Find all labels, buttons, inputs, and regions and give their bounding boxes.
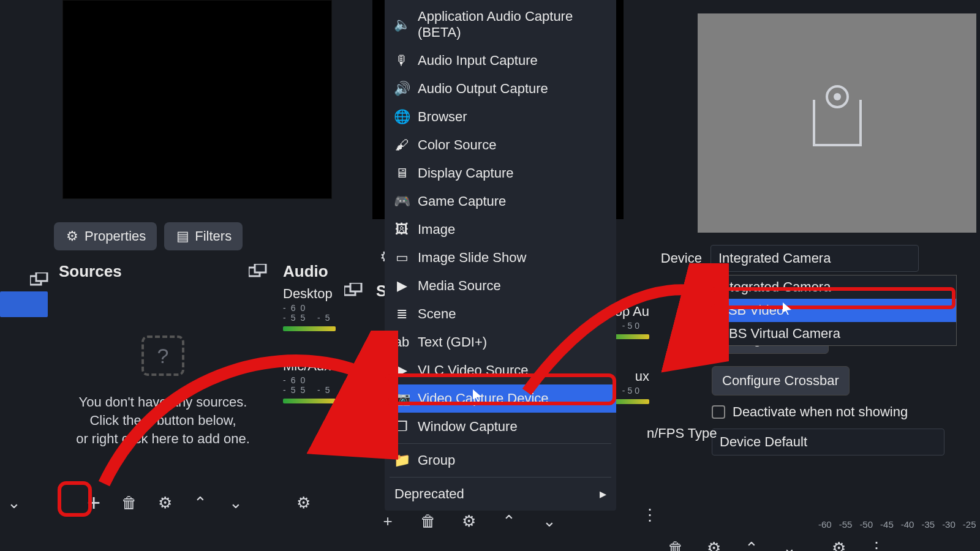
device-option-obs-virtual-camera[interactable]: OBS Virtual Camera bbox=[712, 322, 956, 345]
tick-label: -45 bbox=[880, 519, 894, 530]
source-settings-button[interactable]: ⚙ bbox=[454, 507, 483, 535]
kebab-menu-icon[interactable]: ⋮ bbox=[862, 534, 891, 551]
ctx-item-label: Video Capture Device bbox=[418, 391, 549, 407]
mic-icon: 🎙 bbox=[394, 53, 409, 69]
mixer-settings-button[interactable]: ⚙ bbox=[289, 489, 317, 517]
move-down-button[interactable]: ⌄ bbox=[535, 507, 564, 535]
folder-icon: 📁 bbox=[394, 452, 409, 468]
configure-crossbar-button[interactable]: Configure Crossbar bbox=[712, 366, 850, 395]
ctx-item-label: Audio Input Capture bbox=[418, 53, 538, 69]
move-down-button[interactable]: ⌄ bbox=[222, 489, 250, 517]
checkbox-icon bbox=[712, 405, 725, 419]
filters-button[interactable]: ▤ Filters bbox=[164, 222, 243, 250]
properties-label: Properties bbox=[85, 228, 146, 244]
tick-label: -55 bbox=[839, 519, 853, 530]
settings-button[interactable]: ⚙ bbox=[699, 534, 728, 551]
device-option-usb-video[interactable]: USB Video bbox=[712, 299, 956, 322]
deactivate-checkbox[interactable]: Deactivate when not showing bbox=[712, 404, 944, 420]
filters-label: Filters bbox=[195, 228, 232, 244]
ctx-item-vlc-video-source[interactable]: ▶VLC Video Source bbox=[385, 356, 616, 384]
add-source-context-menu: 🔈Application Audio Capture (BETA)🎙Audio … bbox=[385, 0, 616, 511]
device-label: Device bbox=[649, 250, 702, 266]
meter-ticks-right: -60-55-50-45-40-35-30-25 bbox=[818, 519, 976, 530]
tick-label: -60 bbox=[818, 519, 832, 530]
ctx-item-label: VLC Video Source bbox=[418, 362, 529, 378]
ctx-item-application-audio-capture-beta-[interactable]: 🔈Application Audio Capture (BETA) bbox=[385, 2, 616, 47]
sources-empty-state: ? You don't have any sources. Click the … bbox=[59, 335, 267, 448]
ctx-item-label: Game Capture bbox=[418, 193, 506, 209]
speaker-loud-icon: 🔊 bbox=[394, 81, 409, 97]
mic-aux-label: Mic/Aux bbox=[276, 358, 343, 374]
meter-ticks: -60 -55 -5 bbox=[276, 374, 343, 396]
delete-source-button[interactable]: 🗑 bbox=[115, 489, 143, 517]
tick-label: -50 bbox=[859, 519, 873, 530]
fps-type-select[interactable]: Device Default bbox=[712, 429, 944, 455]
move-up-button[interactable]: ⌃ bbox=[495, 507, 523, 535]
resolution-fps-label: n/FPS Type bbox=[647, 425, 717, 441]
sources-title: Sources bbox=[59, 262, 122, 281]
webcam-placeholder-icon bbox=[813, 100, 862, 146]
device-dropdown: Integrated CameraUSB VideoOBS Virtual Ca… bbox=[712, 275, 957, 346]
source-settings-button[interactable]: ⚙ bbox=[151, 489, 179, 517]
tick-label: -35 bbox=[921, 519, 935, 530]
ctx-item-label: Image Slide Show bbox=[418, 250, 526, 266]
ctx-item-label: Display Capture bbox=[418, 165, 514, 181]
ctx-item-label: Application Audio Capture (BETA) bbox=[418, 9, 606, 40]
ctx-item-audio-output-capture[interactable]: 🔊Audio Output Capture bbox=[385, 75, 616, 103]
ctx-item-video-capture-device[interactable]: 📷Video Capture Device bbox=[385, 384, 616, 413]
device-option-integrated-camera[interactable]: Integrated Camera bbox=[712, 276, 956, 299]
dock-popout-icon[interactable] bbox=[249, 264, 267, 280]
ctx-item-scene[interactable]: ≣Scene bbox=[385, 300, 616, 328]
preview-area-left bbox=[62, 0, 332, 199]
delete-source-button[interactable]: 🗑 bbox=[414, 507, 442, 535]
svg-rect-1 bbox=[36, 272, 47, 281]
ctx-item-deprecated[interactable]: Deprecated▸ bbox=[385, 480, 616, 508]
ctx-item-audio-input-capture[interactable]: 🎙Audio Input Capture bbox=[385, 47, 616, 75]
add-source-button[interactable]: + bbox=[374, 507, 402, 535]
move-down-button[interactable]: ⌄ bbox=[775, 534, 804, 551]
ctx-item-text-gdi-[interactable]: abText (GDI+) bbox=[385, 328, 616, 356]
meter-ticks: -60 -55 -5 bbox=[276, 302, 343, 324]
list-icon: ≣ bbox=[394, 306, 409, 322]
slideshow-icon: ▭ bbox=[394, 250, 409, 266]
add-source-button[interactable]: + bbox=[80, 489, 108, 517]
ctx-item-display-capture[interactable]: 🖥Display Capture bbox=[385, 159, 616, 187]
monitor-icon: 🖥 bbox=[394, 165, 409, 181]
ctx-item-label: Media Source bbox=[418, 278, 501, 294]
tick-label: -25 bbox=[963, 519, 976, 530]
properties-button[interactable]: ⚙ Properties bbox=[54, 222, 157, 250]
move-up-button[interactable]: ⌃ bbox=[186, 489, 214, 517]
window-icon: ❐ bbox=[394, 419, 409, 435]
play-icon: ▶ bbox=[394, 278, 409, 294]
device-select[interactable]: Integrated Camera bbox=[710, 245, 919, 272]
selected-scene-row[interactable] bbox=[0, 291, 48, 317]
ctx-item-label: Scene bbox=[418, 306, 456, 322]
text-icon: ab bbox=[394, 334, 409, 350]
mic-aux-meter bbox=[283, 399, 336, 403]
mixer-settings-button[interactable]: ⚙ bbox=[824, 534, 853, 551]
gear-icon: ⚙ bbox=[65, 228, 80, 244]
ctx-item-media-source[interactable]: ▶Media Source bbox=[385, 272, 616, 300]
ctx-item-game-capture[interactable]: 🎮Game Capture bbox=[385, 187, 616, 216]
chevron-down-icon[interactable]: ⌄ bbox=[0, 489, 28, 517]
delete-button[interactable]: 🗑 bbox=[662, 534, 690, 551]
svg-rect-5 bbox=[350, 283, 361, 291]
kebab-menu-icon[interactable]: ⋮ bbox=[636, 501, 664, 529]
ctx-item-image-slide-show[interactable]: ▭Image Slide Show bbox=[385, 244, 616, 272]
filters-icon: ▤ bbox=[175, 228, 190, 244]
dock-popout-icon[interactable] bbox=[344, 283, 369, 307]
ctx-item-group[interactable]: 📁Group bbox=[385, 446, 616, 474]
ctx-item-label: Image bbox=[418, 222, 455, 238]
ctx-item-label: Audio Output Capture bbox=[418, 81, 548, 97]
camera-icon: 📷 bbox=[394, 391, 409, 407]
ctx-item-label: Text (GDI+) bbox=[418, 334, 487, 350]
ctx-item-label: Window Capture bbox=[418, 419, 518, 435]
dock-popout-icon[interactable] bbox=[27, 267, 51, 291]
ctx-item-window-capture[interactable]: ❐Window Capture bbox=[385, 413, 616, 441]
image-icon: 🖼 bbox=[394, 222, 409, 238]
move-up-button[interactable]: ⌃ bbox=[737, 534, 766, 551]
ctx-item-image[interactable]: 🖼Image bbox=[385, 216, 616, 244]
ctx-item-color-source[interactable]: 🖌Color Source bbox=[385, 131, 616, 159]
ctx-item-browser[interactable]: 🌐Browser bbox=[385, 103, 616, 131]
audio-mixer-panel: Audio Desktop -60 -55 -5 Mic/Aux -60 -55… bbox=[276, 257, 343, 413]
